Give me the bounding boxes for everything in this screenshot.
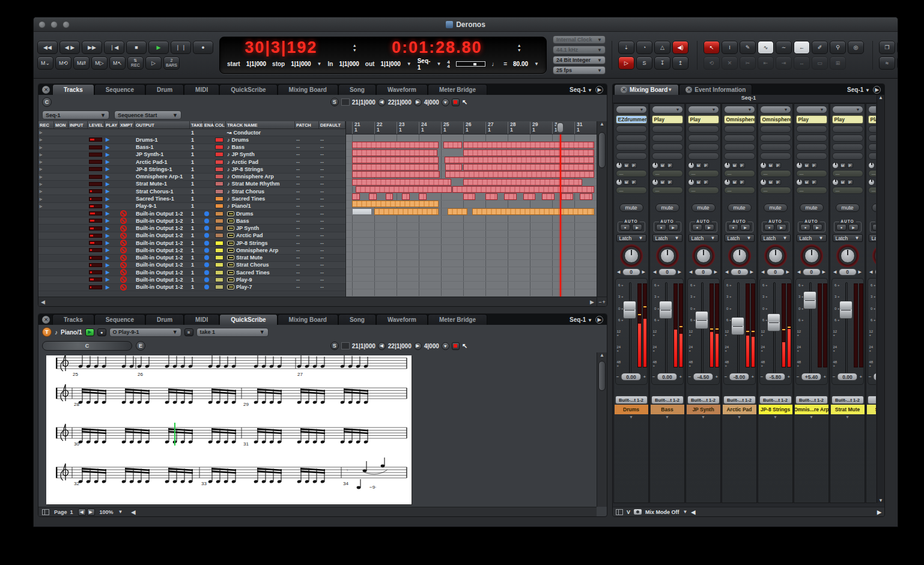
tracks-vscrollbar[interactable]: ▲ <box>597 121 607 297</box>
send-pre-button[interactable]: P <box>847 163 853 168</box>
clip[interactable] <box>485 193 497 200</box>
rewind-button[interactable]: ◀◀ <box>37 41 58 54</box>
auto-mode-select[interactable]: Latch▼ <box>688 234 719 242</box>
clip[interactable] <box>463 193 475 200</box>
fader-inc-icon[interactable]: + <box>860 374 863 379</box>
auto-record-button[interactable]: ● <box>656 224 666 231</box>
send-pre-button[interactable]: P <box>811 180 817 185</box>
track-name-cell[interactable]: ♪Arctic Pad <box>226 159 295 165</box>
input-cell[interactable] <box>68 262 88 268</box>
color-cell[interactable] <box>214 225 226 231</box>
color-cell[interactable] <box>214 159 226 165</box>
play-enable-cell[interactable]: ▶ <box>105 151 119 158</box>
zoom-value[interactable]: 100% <box>100 509 114 515</box>
insert-slot[interactable] <box>724 153 755 160</box>
auto-record-icon[interactable] <box>452 342 460 350</box>
fader-inc-icon[interactable]: + <box>679 374 682 379</box>
monitor-cell[interactable] <box>54 255 68 261</box>
track-name-cell[interactable]: ♪Strat Chorus <box>226 188 295 195</box>
marker-up-icon[interactable]: ↥ <box>672 56 688 70</box>
output-cell[interactable] <box>135 129 190 136</box>
track-name-cell[interactable]: JP-8 Strings <box>226 240 295 246</box>
output-cell[interactable]: Arctic Pad-1 <box>135 159 190 165</box>
send-assign-field[interactable]: — <box>796 170 827 177</box>
insert-slot[interactable] <box>868 134 877 142</box>
mini-menu-icon[interactable]: ▶ <box>873 86 881 94</box>
take-cell[interactable]: 1 <box>190 210 203 217</box>
insert-slot[interactable] <box>724 134 755 142</box>
input-cell[interactable] <box>68 232 88 239</box>
play-enable-cell[interactable]: ▶ <box>105 144 119 151</box>
pan-value[interactable]: 0 <box>695 268 713 276</box>
clip[interactable] <box>356 186 452 193</box>
send-knob[interactable] <box>724 179 731 186</box>
tab-tracks[interactable]: Tracks <box>52 314 94 325</box>
fader-value[interactable]: 0.00 <box>874 373 877 381</box>
fast-forward-button[interactable]: ▶▶ <box>82 41 102 54</box>
strip-config-select[interactable]: ▼ <box>616 106 647 113</box>
track-name-cell[interactable]: Drums <box>226 210 295 217</box>
fader-inc-icon[interactable]: + <box>752 374 755 379</box>
fader-value[interactable]: 0.00 <box>657 373 678 381</box>
instrument-button[interactable]: Omnisphere <box>760 115 791 124</box>
insert-slot[interactable] <box>796 153 827 160</box>
memory-end-value[interactable]: 22|1|000 <box>388 99 412 106</box>
send-knob[interactable] <box>616 162 622 169</box>
column-header-rec[interactable]: REC <box>38 121 54 128</box>
send-mute-button[interactable]: M <box>768 163 774 168</box>
timeline-lane[interactable] <box>346 238 607 245</box>
timeline-ruler[interactable]: 211221231241251261271281291301311 <box>346 121 607 134</box>
tempo-caret[interactable]: ▼ <box>534 61 539 67</box>
default-patch-cell[interactable]: -- <box>319 232 345 239</box>
send-mute-button[interactable]: M <box>840 163 846 168</box>
memory-toggle[interactable] <box>341 342 350 349</box>
quickscribe-track-name[interactable]: Piano/1 <box>61 329 82 336</box>
tab-meter-bridge[interactable]: Meter Bridge <box>428 84 487 95</box>
timeline-lane[interactable] <box>346 157 607 164</box>
pan-value[interactable]: 0 <box>622 268 640 276</box>
patch-cell[interactable]: -- <box>295 195 319 202</box>
column-header-xmpt[interactable]: XMPT <box>119 121 135 128</box>
mute-button[interactable]: mute <box>800 204 824 212</box>
countoff-button[interactable]: ▷ <box>145 56 162 70</box>
insert-slot[interactable] <box>652 153 683 160</box>
windows-stack-icon[interactable]: ❐ <box>879 41 895 54</box>
tab-mixing-board[interactable]: ✕Mixing Board ▼ <box>614 84 679 95</box>
table-row[interactable]: ▶Built-in Output 1-21Play-7---- <box>38 284 345 291</box>
tempo-value[interactable]: 80.00 <box>513 61 528 67</box>
monitor-cell[interactable] <box>54 203 68 210</box>
enable-cell[interactable] <box>203 284 214 291</box>
insert-slot[interactable] <box>616 153 647 160</box>
strip-config-select[interactable]: ▼ <box>796 106 827 113</box>
pause-button[interactable]: ❘ ❘ <box>171 41 191 54</box>
column-header-level[interactable]: LEVEL <box>88 121 105 128</box>
monitor-cell[interactable] <box>54 247 68 253</box>
play-enable-cell[interactable]: ▶ <box>105 210 119 217</box>
send-knob[interactable] <box>796 162 803 169</box>
insert-slot[interactable] <box>832 125 863 133</box>
exempt-cell[interactable] <box>119 129 135 136</box>
snapshot-camera-icon[interactable] <box>634 509 642 515</box>
track-name-cell[interactable]: Sacred Tines <box>226 269 295 276</box>
patch-cell[interactable]: -- <box>295 284 319 291</box>
patch-cell[interactable]: -- <box>295 188 319 195</box>
strip-caret-icon[interactable]: ▼ <box>773 415 777 419</box>
default-patch-cell[interactable] <box>319 129 345 136</box>
timeline-lane[interactable] <box>346 282 607 289</box>
mixer-hscroll-left[interactable]: ◀ <box>691 509 695 515</box>
strip-caret-icon[interactable]: ▼ <box>809 415 813 419</box>
insert-slot[interactable] <box>796 134 827 142</box>
rec-enable-cell[interactable] <box>38 240 54 246</box>
input-cell[interactable] <box>68 240 88 246</box>
send-pre-button[interactable]: P <box>739 163 745 168</box>
equals-button[interactable]: = <box>184 328 193 336</box>
timeline-lane[interactable] <box>346 142 607 149</box>
take-cell[interactable]: 1 <box>190 129 203 136</box>
exempt-cell[interactable] <box>119 210 135 217</box>
seq-badge[interactable]: Seq-1 ▼ <box>570 86 592 93</box>
strip-config-select[interactable]: ▼ <box>724 106 755 113</box>
take-cell[interactable]: 1 <box>190 217 203 224</box>
mute-button[interactable]: mute <box>619 204 643 212</box>
output-cell[interactable]: Built-in Output 1-2 <box>135 240 190 246</box>
timeline-lane[interactable] <box>346 186 607 193</box>
